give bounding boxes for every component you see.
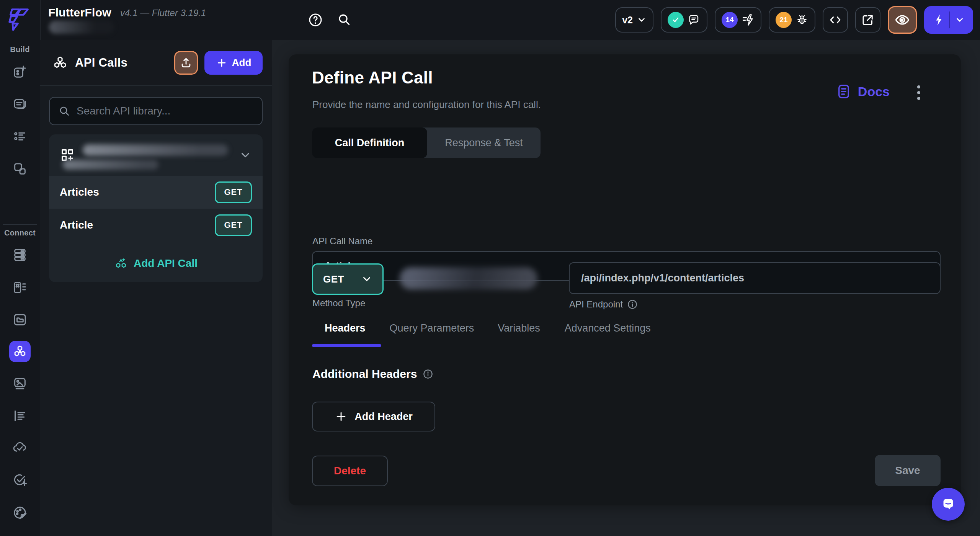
group-subtitle-redacted (63, 160, 158, 170)
define-api-call-panel: Define API Call Provide the name and con… (289, 54, 961, 505)
page-title: Define API Call (312, 68, 433, 87)
add-api-button[interactable]: Add (204, 51, 263, 75)
subtab-variables[interactable]: Variables (498, 322, 540, 334)
more-options-button[interactable] (910, 84, 927, 101)
api-endpoint-label: API Endpoint (569, 299, 623, 310)
page-subtitle: Provide the name and configuration for t… (312, 99, 541, 111)
plus-icon (335, 410, 348, 423)
divider (40, 0, 41, 40)
global-search-icon[interactable] (337, 12, 352, 28)
delete-label: Delete (334, 465, 366, 477)
optimizations-pill[interactable]: 14 (715, 7, 761, 33)
delete-button[interactable]: Delete (312, 456, 388, 486)
chevron-down-icon[interactable] (239, 149, 252, 162)
nav-theme-settings[interactable] (9, 502, 31, 523)
nav-app-state[interactable] (9, 309, 31, 330)
api-calls-panel: API Calls Add (40, 40, 272, 536)
panel-title: API Calls (75, 56, 127, 70)
nav-settings[interactable] (9, 534, 31, 536)
docs-button[interactable]: Docs (836, 83, 890, 100)
api-endpoint-input[interactable] (581, 272, 928, 284)
api-search-box[interactable] (49, 97, 263, 125)
method-badge: GET (215, 181, 252, 203)
divider (3, 224, 37, 225)
api-endpoint-field[interactable] (569, 262, 941, 294)
nav-rail: Build Connect (0, 40, 40, 536)
run-options-chevron-icon[interactable] (955, 15, 965, 25)
add-header-label: Add Header (354, 411, 413, 423)
chevron-down-icon (361, 273, 372, 285)
flutterflow-app: FlutterFlow v4.1 — Flutter 3.19.1 v2 (0, 0, 980, 536)
support-chat-button[interactable] (932, 488, 965, 521)
checks-passed-badge (668, 12, 684, 28)
additional-headers-label: Additional Headers (312, 368, 417, 381)
group-title-redacted (83, 144, 228, 156)
preview-button[interactable] (888, 6, 917, 34)
api-call-name-label: API Call Name (312, 236, 372, 247)
add-header-button[interactable]: Add Header (312, 402, 435, 431)
rail-section-connect: Connect (0, 229, 40, 237)
optimizations-count-badge: 14 (722, 12, 738, 28)
issues-pill[interactable]: 21 (769, 7, 815, 33)
nav-text-content[interactable] (9, 405, 31, 427)
subtab-query-parameters[interactable]: Query Parameters (390, 322, 474, 334)
api-call-row[interactable]: Articles GET (49, 176, 263, 209)
app-title: FlutterFlow (48, 6, 111, 19)
save-label: Save (895, 464, 920, 477)
nav-data-types[interactable] (9, 277, 31, 298)
chevron-down-icon (637, 15, 647, 25)
definition-tab-group: Call Definition Response & Test (312, 127, 541, 158)
api-call-name: Article (60, 219, 93, 231)
tab-call-definition[interactable]: Call Definition (312, 127, 427, 158)
comments-pill[interactable] (661, 7, 707, 33)
info-icon[interactable] (627, 299, 638, 310)
share-export-button[interactable] (855, 7, 880, 33)
action-bolt-icon (742, 13, 755, 26)
nav-pages[interactable] (9, 93, 31, 115)
api-group-header[interactable] (49, 134, 263, 176)
run-bolt-icon (933, 13, 946, 26)
add-api-call-link[interactable]: Add API Call (49, 245, 263, 282)
topbar-right-cluster: v2 14 (615, 6, 973, 34)
info-icon[interactable] (422, 368, 434, 380)
topbar-middle-icons (308, 12, 352, 28)
nav-widget-palette[interactable] (9, 61, 31, 83)
issues-count-badge: 21 (776, 12, 792, 28)
tab-response-test[interactable]: Response & Test (427, 127, 541, 158)
save-button[interactable]: Save (875, 455, 941, 486)
external-link-icon (861, 13, 875, 27)
nav-database[interactable] (9, 244, 31, 266)
method-type-select[interactable]: GET (312, 263, 384, 295)
add-api-call-label: Add API Call (134, 257, 198, 270)
run-button[interactable] (924, 6, 973, 34)
api-call-row[interactable]: Article GET (49, 209, 263, 242)
active-subtab-indicator (312, 344, 381, 347)
nav-widget-tree[interactable] (9, 126, 31, 147)
chat-bubble-icon (939, 495, 957, 513)
eye-icon (894, 12, 910, 28)
subtab-headers[interactable]: Headers (312, 322, 378, 334)
flutterflow-logo[interactable] (0, 0, 40, 40)
method-badge: GET (215, 214, 252, 236)
plus-icon (216, 57, 227, 69)
docs-icon (836, 83, 852, 100)
api-call-name: Articles (60, 186, 99, 198)
api-panel-header: API Calls Add (40, 40, 272, 86)
nav-media-assets[interactable] (9, 373, 31, 395)
rail-section-build: Build (0, 45, 40, 54)
help-icon[interactable] (308, 12, 323, 28)
view-code-button[interactable] (823, 7, 848, 33)
method-type-label: Method Type (312, 298, 365, 309)
subtab-advanced-settings[interactable]: Advanced Settings (565, 322, 651, 334)
nav-api-calls[interactable] (9, 341, 31, 362)
bug-icon (795, 13, 808, 26)
api-endpoint-label-row: API Endpoint (569, 299, 638, 310)
nav-automated-tests[interactable] (9, 469, 31, 491)
import-api-button[interactable] (174, 51, 198, 75)
api-search-input[interactable] (77, 105, 253, 117)
branch-selector[interactable]: v2 (615, 7, 653, 33)
nav-components[interactable] (9, 158, 31, 180)
project-name-redacted (49, 21, 114, 34)
nav-cloud-functions[interactable] (9, 437, 31, 458)
docs-label: Docs (858, 84, 890, 99)
